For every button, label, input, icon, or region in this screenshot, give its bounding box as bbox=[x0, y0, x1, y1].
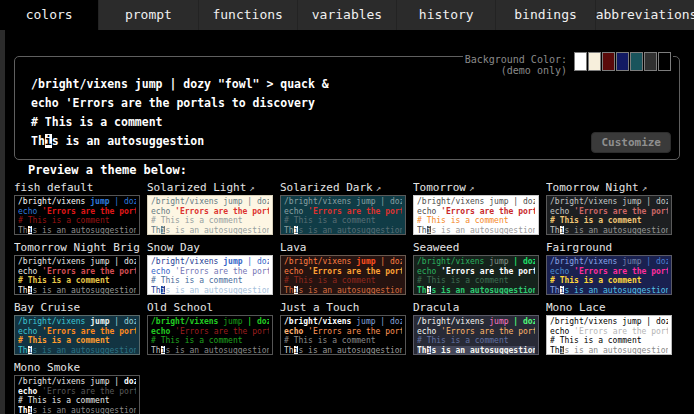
external-link-icon[interactable]: ↗ bbox=[249, 183, 254, 193]
theme-card-fairground[interactable]: /bright/vixens jump | dozy "fowl" > quac… bbox=[546, 255, 672, 295]
syntax-span: | bbox=[376, 257, 390, 266]
syntax-span: | bbox=[110, 317, 124, 326]
bg-swatch-6[interactable] bbox=[644, 52, 657, 71]
syntax-span: Th bbox=[151, 346, 161, 355]
syntax-span: s is an autosuggestion bbox=[32, 226, 136, 235]
bg-swatch-3[interactable] bbox=[602, 52, 615, 71]
terminal-line: This is an autosuggestion bbox=[417, 226, 535, 236]
tab-bindings[interactable]: bindings bbox=[495, 0, 594, 30]
syntax-span: # This is a comment bbox=[417, 276, 509, 285]
theme-title: Tomorrow↗ bbox=[413, 181, 539, 194]
terminal-line: echo 'Errors are the portals to discover… bbox=[417, 267, 535, 277]
theme-card-dracula[interactable]: /bright/vixens jump | dozy "fowl" > quac… bbox=[413, 315, 539, 355]
terminal-line: This is an autosuggestion bbox=[550, 346, 668, 356]
theme-card-snow-day[interactable]: /bright/vixens jump | dozy "fowl" > quac… bbox=[147, 255, 273, 295]
bg-swatch-2[interactable] bbox=[588, 52, 601, 71]
tab-variables[interactable]: variables bbox=[297, 0, 396, 30]
theme-cell-solarized-dark: Solarized Dark↗/bright/vixens jump | doz… bbox=[280, 181, 406, 235]
theme-title: Mono Lace bbox=[546, 301, 672, 314]
syntax-span: echo bbox=[18, 387, 42, 396]
syntax-span: # This is a comment bbox=[18, 216, 110, 225]
customize-button[interactable]: Customize bbox=[591, 132, 671, 153]
syntax-span: Th bbox=[18, 346, 28, 355]
syntax-span: 'Errors are the portals to discovery bbox=[441, 207, 535, 216]
terminal-line: /bright/vixens jump | dozy "fowl" > quac… bbox=[550, 197, 668, 207]
theme-title: Solarized Dark↗ bbox=[280, 181, 406, 194]
bg-swatch-1[interactable] bbox=[574, 52, 587, 71]
tab-functions[interactable]: functions bbox=[198, 0, 297, 30]
terminal-line: echo 'Errors are the portals to discover… bbox=[284, 207, 402, 217]
syntax-span: | bbox=[642, 317, 656, 326]
syntax-span: echo bbox=[284, 267, 308, 276]
terminal-line: /bright/vixens jump | dozy "fowl" > quac… bbox=[550, 257, 668, 267]
tab-abbreviations[interactable]: abbreviations bbox=[595, 0, 694, 30]
syntax-span: echo bbox=[18, 327, 42, 336]
syntax-span: echo bbox=[417, 267, 441, 276]
bg-swatch-5[interactable] bbox=[630, 52, 643, 71]
syntax-span: Th bbox=[550, 226, 560, 235]
text-cursor: i bbox=[45, 134, 52, 148]
external-link-icon[interactable]: ↗ bbox=[469, 183, 474, 193]
terminal-line: This is an autosuggestion bbox=[151, 226, 269, 236]
syntax-span: echo bbox=[284, 327, 308, 336]
external-link-icon[interactable]: ↗ bbox=[376, 183, 381, 193]
tab-history[interactable]: history bbox=[396, 0, 495, 30]
syntax-span: s is an autosuggestion bbox=[32, 346, 136, 355]
syntax-span: Th bbox=[18, 406, 28, 414]
terminal-line: This is an autosuggestion bbox=[18, 286, 136, 296]
theme-card-tomorrow-night[interactable]: /bright/vixens jump | dozy "fowl" > quac… bbox=[546, 195, 672, 235]
theme-card-just-a-touch[interactable]: /bright/vixens jump | dozy "fowl" > quac… bbox=[280, 315, 406, 355]
syntax-span: dozy bbox=[656, 197, 668, 206]
terminal-line: This is an autosuggestion bbox=[31, 132, 679, 151]
theme-card-tomorrow-night-bright[interactable]: /bright/vixens jump | dozy "fowl" > quac… bbox=[14, 255, 140, 295]
terminal-line: # This is a comment bbox=[151, 336, 269, 346]
theme-card-seaweed[interactable]: /bright/vixens jump | dozy "fowl" > quac… bbox=[413, 255, 539, 295]
terminal-line: echo 'Errors are the portals to discover… bbox=[18, 267, 136, 277]
theme-card-tomorrow[interactable]: /bright/vixens jump | dozy "fowl" > quac… bbox=[413, 195, 539, 235]
theme-cell-fairground: Fairground/bright/vixens jump | dozy "fo… bbox=[546, 241, 672, 295]
tab-colors[interactable]: colors bbox=[0, 0, 98, 30]
theme-card-bay-cruise[interactable]: /bright/vixens jump | dozy "fowl" > quac… bbox=[14, 315, 140, 355]
syntax-span: | bbox=[376, 197, 390, 206]
theme-card-solarized-dark[interactable]: /bright/vixens jump | dozy "fowl" > quac… bbox=[280, 195, 406, 235]
theme-card-mono-lace[interactable]: /bright/vixens jump | dozy "fowl" > quac… bbox=[546, 315, 672, 355]
syntax-span: dozy bbox=[390, 197, 402, 206]
theme-card-old-school[interactable]: /bright/vixens jump | dozy "fowl" > quac… bbox=[147, 315, 273, 355]
syntax-span: /bright/vixens bbox=[550, 257, 622, 266]
syntax-span: 'Errors are the portals to discovery bbox=[574, 207, 668, 216]
terminal-line: echo 'Errors are the portals to discover… bbox=[18, 327, 136, 337]
bg-swatch-7[interactable] bbox=[658, 52, 671, 71]
theme-title: Fairground bbox=[546, 241, 672, 254]
syntax-span: s is an autosuggestion bbox=[32, 406, 136, 414]
syntax-span: jump bbox=[489, 197, 508, 206]
syntax-span: /bright/vixens bbox=[284, 257, 356, 266]
bg-swatch-4[interactable] bbox=[616, 52, 629, 71]
external-link-icon[interactable]: ↗ bbox=[642, 183, 647, 193]
syntax-span: /bright/vixens bbox=[284, 197, 356, 206]
theme-title: Lava bbox=[280, 241, 406, 254]
syntax-span: jump bbox=[489, 317, 508, 326]
terminal-line: # This is a comment bbox=[284, 276, 402, 286]
syntax-span: s is an autosuggestion bbox=[32, 286, 136, 295]
syntax-span: s is an autosuggestion bbox=[52, 134, 204, 148]
syntax-span: echo bbox=[417, 327, 441, 336]
terminal-line: echo 'Errors are the portals to discover… bbox=[31, 94, 679, 113]
theme-title: Dracula bbox=[413, 301, 539, 314]
theme-card-solarized-light[interactable]: /bright/vixens jump | dozy "fowl" > quac… bbox=[147, 195, 273, 235]
syntax-span: # This is a comment bbox=[151, 336, 243, 345]
syntax-span: Th bbox=[18, 226, 28, 235]
syntax-span: Th bbox=[417, 226, 427, 235]
theme-card-mono-smoke[interactable]: /bright/vixens jump | dozy "fowl" > quac… bbox=[14, 375, 140, 414]
syntax-span: jump bbox=[223, 317, 242, 326]
theme-card-fish-default[interactable]: /bright/vixens jump | dozy "fowl" > quac… bbox=[14, 195, 140, 235]
tab-prompt[interactable]: prompt bbox=[98, 0, 197, 30]
theme-cell-tomorrow: Tomorrow↗/bright/vixens jump | dozy "fow… bbox=[413, 181, 539, 235]
terminal-line: This is an autosuggestion bbox=[284, 346, 402, 356]
syntax-span: /bright/vixens jump | dozy "fowl" > quac… bbox=[31, 77, 329, 91]
syntax-span: | bbox=[509, 317, 523, 326]
theme-card-lava[interactable]: /bright/vixens jump | dozy "fowl" > quac… bbox=[280, 255, 406, 295]
theme-name-label: Bay Cruise bbox=[14, 301, 80, 314]
theme-title: Tomorrow Night Bright↗ bbox=[14, 241, 140, 254]
terminal-line: /bright/vixens jump | dozy "fowl" > quac… bbox=[284, 317, 402, 327]
syntax-span: # This is a comment bbox=[284, 336, 376, 345]
